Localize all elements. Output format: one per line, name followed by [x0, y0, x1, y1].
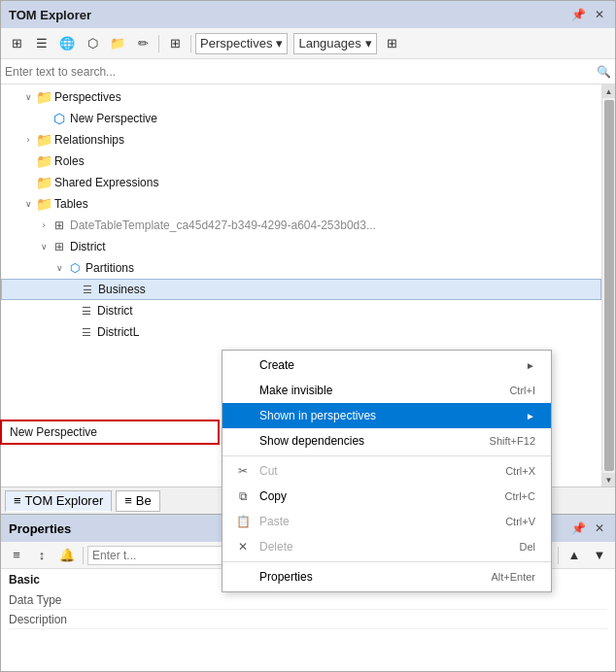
expand-icon [36, 111, 51, 126]
expand-icon[interactable]: ∨ [36, 239, 51, 254]
toolbar-btn-8[interactable]: ⊞ [381, 32, 404, 55]
tree-item-shared-expressions[interactable]: 📁 Shared Expressions [1, 172, 615, 193]
cm-invisible-shortcut: Ctrl+I [509, 385, 535, 396]
expand-icon[interactable]: › [20, 132, 36, 148]
tree-label: Business [98, 283, 146, 296]
cm-item-right: Ctrl+I [509, 385, 535, 396]
cm-properties[interactable]: Properties Alt+Enter [222, 564, 551, 589]
title-bar: TOM Explorer 📌 ✕ [1, 1, 615, 28]
props-key-datatype: Data Type [9, 593, 106, 607]
context-menu: Create ► Make invisible Ctrl+I Shown in … [222, 350, 552, 592]
search-icon: 🔍 [597, 65, 611, 79]
props-toolbar-btn-1[interactable]: ≡ [5, 544, 28, 567]
cm-item-left: Show dependencies [234, 434, 364, 448]
tree-item-new-perspective[interactable]: ⬡ New Perspective [1, 108, 615, 129]
close-button[interactable]: ✕ [592, 7, 607, 22]
cm-paste: 📋 Paste Ctrl+V [222, 509, 551, 534]
tree-item-relationships[interactable]: › 📁 Relationships [1, 129, 615, 151]
props-toolbar-btn-2[interactable]: ↕ [30, 544, 53, 567]
toolbar-btn-3[interactable]: 🌐 [55, 32, 79, 55]
tree-item-perspectives[interactable]: ∨ 📁 Perspectives [1, 86, 615, 108]
scrollbar[interactable]: ▲ ▼ [601, 84, 615, 487]
expand-icon[interactable]: ∨ [51, 260, 67, 276]
measure-icon: ☰ [80, 282, 95, 297]
tab-tom-explorer[interactable]: ≡ TOM Explorer [5, 490, 112, 512]
cm-item-right: ► [526, 411, 535, 421]
tab-label: TOM Explorer [25, 493, 104, 508]
pin-button[interactable]: 📌 [570, 7, 586, 22]
cm-show-dependencies[interactable]: Show dependencies Shift+F12 [222, 428, 551, 454]
toolbar-separator-2 [190, 35, 191, 52]
cm-paste-shortcut: Ctrl+V [505, 516, 535, 527]
folder-icon: 📁 [36, 89, 51, 105]
tree-item-business[interactable]: ☰ Business [1, 279, 601, 300]
cm-arrow-icon: ► [526, 360, 535, 371]
title-bar-controls: 📌 ✕ [570, 7, 607, 22]
cm-make-invisible[interactable]: Make invisible Ctrl+I [222, 378, 551, 403]
cm-props-label: Properties [259, 570, 313, 584]
cm-copy-icon: ⧉ [234, 489, 252, 503]
measure-icon: ☰ [79, 324, 94, 340]
cm-copy[interactable]: ⧉ Copy Ctrl+C [222, 484, 551, 509]
scroll-down[interactable]: ▼ [602, 473, 616, 487]
toolbar-btn-4[interactable]: ⬡ [81, 32, 104, 55]
props-scroll-down[interactable]: ▼ [588, 544, 611, 567]
cm-shown-in-perspectives[interactable]: Shown in perspectives ► [222, 403, 551, 428]
tree-item-roles[interactable]: 📁 Roles [1, 151, 615, 172]
cm-cut: ✂ Cut Ctrl+X [222, 458, 551, 484]
props-toolbar-btn-3[interactable]: 🔔 [55, 544, 79, 567]
window-title: TOM Explorer [9, 8, 91, 22]
cm-delete-icon: ✕ [234, 540, 252, 554]
new-perspective-highlighted-row[interactable]: New Perspective [0, 420, 220, 445]
partition-icon: ⬡ [67, 260, 83, 276]
tree-item-tables[interactable]: ∨ 📁 Tables [1, 193, 615, 215]
search-input[interactable] [5, 65, 597, 79]
toolbar-btn-5[interactable]: 📁 [106, 32, 129, 55]
cm-item-left: ✕ Delete [234, 540, 293, 554]
dropdown-arrow-icon-2: ▾ [365, 36, 372, 50]
cm-deps-label: Show dependencies [259, 434, 364, 448]
props-scroll-up[interactable]: ▲ [563, 544, 586, 567]
cm-arrow-icon: ► [526, 411, 535, 421]
toolbar-btn-1[interactable]: ⊞ [5, 32, 28, 55]
tab-label-2: Be [136, 493, 152, 508]
expand-icon[interactable]: ∨ [20, 196, 36, 212]
expand-icon[interactable]: › [36, 218, 51, 233]
perspectives-dropdown[interactable]: Perspectives ▾ [195, 33, 288, 54]
cm-delete-shortcut: Del [519, 541, 535, 553]
toolbar-btn-6[interactable]: ✏ [131, 32, 154, 55]
cm-item-right: Ctrl+X [505, 465, 535, 477]
tree-item-partitions[interactable]: ∨ ⬡ Partitions [1, 257, 615, 279]
measure-icon: ☰ [79, 303, 94, 319]
toolbar-btn-2[interactable]: ☰ [30, 32, 53, 55]
props-sep-2 [558, 547, 559, 564]
cm-item-right: Alt+Enter [491, 571, 535, 583]
props-close-button[interactable]: ✕ [592, 521, 607, 536]
expand-icon[interactable]: ∨ [20, 89, 36, 105]
languages-dropdown[interactable]: Languages ▾ [293, 33, 376, 54]
scroll-thumb[interactable] [604, 100, 614, 471]
props-pin-button[interactable]: 📌 [570, 521, 586, 536]
tree-item-district-sub[interactable]: ☰ District [1, 300, 615, 321]
cm-props-shortcut: Alt+Enter [491, 571, 535, 583]
cm-item-right: Ctrl+V [505, 516, 535, 527]
tree-item-date-template[interactable]: › ⊞ DateTableTemplate_ca45d427-b349-4299… [1, 215, 615, 236]
tree-label: District [97, 304, 133, 318]
tab-be[interactable]: ≡ Be [116, 490, 160, 512]
toolbar-btn-7[interactable]: ⊞ [163, 32, 187, 55]
cm-create[interactable]: Create ► [222, 353, 551, 378]
cm-item-left: Create [234, 358, 294, 372]
tree-item-districtl[interactable]: ☰ DistrictL [1, 321, 615, 343]
tree-item-district[interactable]: ∨ ⊞ District [1, 236, 615, 257]
cm-create-label: Create [259, 358, 294, 372]
cm-item-right: Ctrl+C [505, 490, 535, 502]
cm-cut-icon: ✂ [234, 464, 252, 478]
cm-cut-label: Cut [259, 464, 278, 478]
cm-item-left: ✂ Cut [234, 464, 278, 478]
dropdown-arrow-icon: ▾ [276, 36, 283, 50]
tree-label: Tables [54, 197, 88, 211]
perspectives-dropdown-label: Perspectives [200, 36, 272, 50]
scroll-up[interactable]: ▲ [602, 84, 616, 98]
tab-icon: ≡ [14, 493, 21, 508]
cm-deps-shortcut: Shift+F12 [490, 435, 535, 447]
